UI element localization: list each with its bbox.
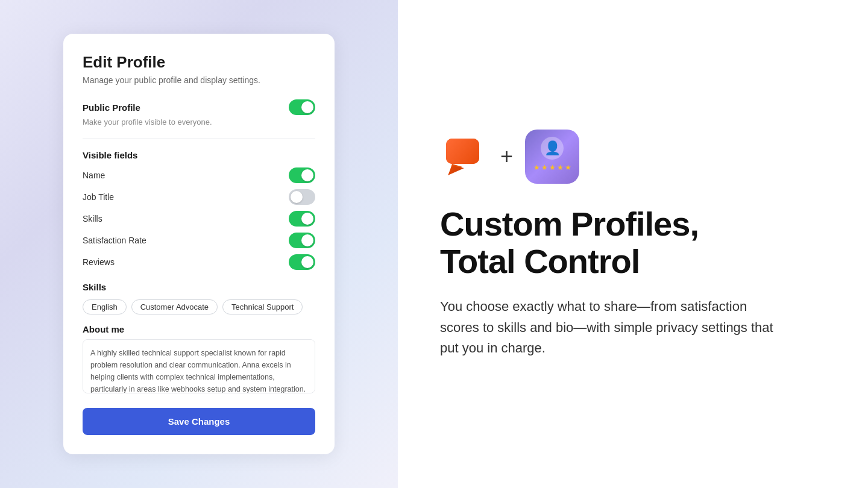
field-toggle-skills[interactable] xyxy=(289,211,315,227)
field-label-satisfaction: Satisfaction Rate xyxy=(83,236,146,245)
save-button[interactable]: Save Changes xyxy=(83,408,315,435)
card-subtitle: Manage your public profile and display s… xyxy=(83,75,315,85)
field-label-skills: Skills xyxy=(83,214,102,224)
profile-card: Edit Profile Manage your public profile … xyxy=(63,34,335,454)
heading-line1: Custom Profiles, xyxy=(440,205,699,243)
icons-row: + 👤 ★ ★ ★ ★ ★ xyxy=(440,130,778,184)
public-profile-row: Public Profile xyxy=(83,99,315,115)
star-3: ★ xyxy=(549,163,556,172)
about-label: About me xyxy=(83,324,315,334)
visible-fields-section: Visible fields Name Job Title Skills Sat… xyxy=(83,150,315,270)
skill-tag-technical-support: Technical Support xyxy=(222,299,303,314)
about-textarea[interactable] xyxy=(83,339,315,393)
divider-1 xyxy=(83,139,315,139)
stars-row: ★ ★ ★ ★ ★ xyxy=(533,163,571,172)
star-5: ★ xyxy=(565,163,571,172)
visible-fields-title: Visible fields xyxy=(83,150,315,160)
star-4: ★ xyxy=(557,163,564,172)
left-panel: Edit Profile Manage your public profile … xyxy=(0,0,398,488)
person-circle: 👤 xyxy=(541,137,564,160)
field-label-name: Name xyxy=(83,170,105,180)
field-row-job-title: Job Title xyxy=(83,189,315,205)
field-label-reviews: Reviews xyxy=(83,257,115,267)
card-title: Edit Profile xyxy=(83,53,315,72)
star-1: ★ xyxy=(533,163,540,172)
star-2: ★ xyxy=(541,163,548,172)
public-profile-section: Public Profile Make your profile visible… xyxy=(83,99,315,127)
skills-section: Skills English Customer Advocate Technic… xyxy=(83,282,315,314)
field-toggle-satisfaction[interactable] xyxy=(289,233,315,248)
chat-icon-wrap xyxy=(440,133,488,181)
svg-rect-1 xyxy=(446,139,479,164)
public-profile-label: Public Profile xyxy=(83,102,140,113)
skills-tags-container: English Customer Advocate Technical Supp… xyxy=(83,299,315,314)
right-content: + 👤 ★ ★ ★ ★ ★ Custom Profiles, Total Con… xyxy=(440,130,778,358)
right-heading: Custom Profiles, Total Control xyxy=(440,205,778,280)
chat-bubble-icon xyxy=(443,136,485,178)
skills-title: Skills xyxy=(83,282,315,292)
field-row-satisfaction: Satisfaction Rate xyxy=(83,233,315,248)
skill-tag-english: English xyxy=(83,299,127,314)
right-panel: + 👤 ★ ★ ★ ★ ★ Custom Profiles, Total Con… xyxy=(398,0,868,488)
field-row-skills: Skills xyxy=(83,211,315,227)
public-profile-toggle[interactable] xyxy=(289,99,315,115)
field-toggle-name[interactable] xyxy=(289,167,315,183)
skill-tag-customer-advocate: Customer Advocate xyxy=(131,299,218,314)
field-toggle-job-title[interactable] xyxy=(289,189,315,205)
about-section: About me xyxy=(83,324,315,396)
person-icon: 👤 xyxy=(544,140,561,156)
field-row-reviews: Reviews xyxy=(83,254,315,270)
heading-line2: Total Control xyxy=(440,242,640,280)
right-body: You choose exactly what to share—from sa… xyxy=(440,296,778,358)
plus-sign: + xyxy=(500,144,513,169)
field-row-name: Name xyxy=(83,167,315,183)
field-toggle-reviews[interactable] xyxy=(289,254,315,270)
profile-icon-wrap: 👤 ★ ★ ★ ★ ★ xyxy=(525,130,579,184)
public-profile-sublabel: Make your profile visible to everyone. xyxy=(83,117,315,127)
field-label-job-title: Job Title xyxy=(83,192,114,202)
